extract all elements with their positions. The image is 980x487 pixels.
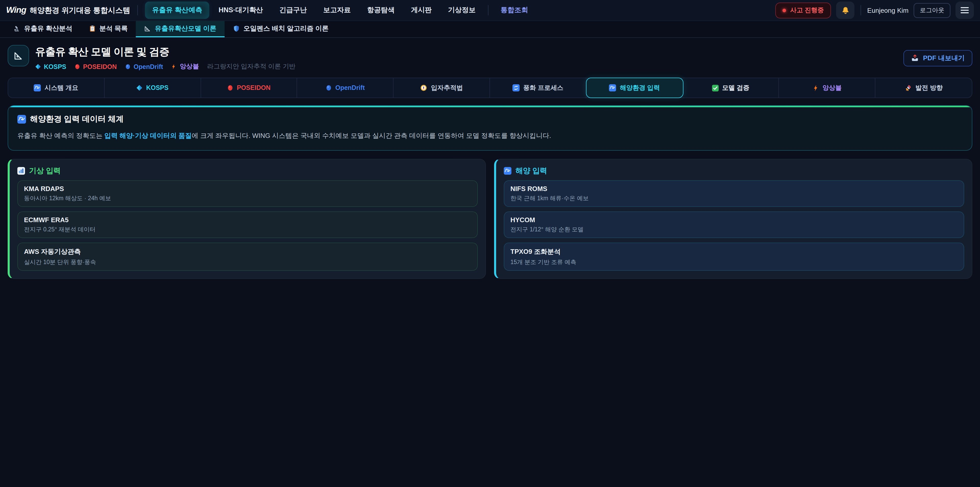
rocket-icon (905, 84, 912, 91)
blue-dot-icon (326, 85, 332, 91)
nav-item-emergency-rescue[interactable]: 긴급구난 (272, 2, 314, 19)
tab-spill-analysis[interactable]: 유출유 확산분석 (5, 21, 80, 37)
nav-item-hns-air-diffusion[interactable]: HNS·대기확산 (211, 2, 270, 19)
section-label: KOSPS (146, 84, 169, 91)
page-title: 유출유 확산 모델 이론 및 검증 (35, 45, 296, 59)
section-kosps[interactable]: KOSPS (105, 78, 201, 97)
section-ensemble[interactable]: 앙상블 (779, 78, 876, 97)
list-item: KMA RDAPS 동아시아 12km 해상도 · 24h 예보 (18, 180, 478, 207)
main-nav: 유출유 확산예측 HNS·대기확산 긴급구난 보고자료 항공탐색 게시판 기상정… (145, 2, 535, 19)
status-badge-label: 사고 진행중 (790, 6, 824, 14)
section-label: 풍화 프로세스 (523, 83, 563, 92)
intro-text: 유출유 확산 예측의 정확도는 (18, 132, 104, 139)
cycle-icon (512, 84, 520, 91)
incident-status-badge[interactable]: 사고 진행중 (775, 2, 831, 18)
red-dot-icon (75, 64, 80, 69)
weather-card-title: 기상 입력 (18, 166, 478, 176)
section-weathering-process[interactable]: 풍화 프로세스 (490, 78, 587, 97)
tab-label: 분석 목록 (99, 24, 127, 33)
sub-tab-bar: 유출유 확산분석 분석 목록 유출유확산모델 이론 오일펜스 배치 알고리즘 (0, 21, 980, 38)
badge-label: KOSPS (44, 63, 66, 70)
accent-gradient-bar (8, 106, 972, 107)
section-label: 시스템 개요 (45, 83, 78, 92)
divider (137, 5, 138, 15)
data-item-name: HYCOM (511, 216, 958, 224)
intro-card: 해양환경 입력 데이터 체계 유출유 확산 예측의 정확도는 입력 해양·기상 … (8, 105, 972, 151)
divider (488, 5, 488, 15)
data-item-desc: 한국 근해 1km 해류·수온 예보 (511, 195, 958, 202)
nav-item-reports[interactable]: 보고자료 (316, 2, 358, 19)
tab-label: 유출유 확산분석 (24, 24, 72, 33)
logout-button[interactable]: 로그아웃 (914, 3, 950, 18)
data-item-name: KMA RDAPS (24, 185, 471, 193)
data-item-name: ECMWF ERA5 (24, 216, 471, 224)
card-title-label: 기상 입력 (29, 166, 61, 176)
ocean-card-title: 해양 입력 (504, 166, 964, 176)
clipboard-icon (89, 25, 96, 32)
brand-wordmark: Wing (6, 5, 26, 15)
microscope-icon (13, 25, 21, 32)
badge-label: 앙상블 (180, 62, 199, 71)
badge-label: OpenDrift (134, 63, 163, 70)
section-label: 발전 방향 (915, 83, 943, 92)
section-label: OpenDrift (335, 84, 365, 91)
section-system-overview[interactable]: 시스템 개요 (8, 78, 105, 97)
diamond-icon (137, 85, 143, 91)
data-item-desc: 전지구 0.25° 재분석 데이터 (24, 226, 471, 233)
section-future-directions[interactable]: 발전 방향 (875, 78, 972, 97)
nav-item-weather-info[interactable]: 기상정보 (441, 2, 483, 19)
list-item: TPXO9 조화분석 15개 분조 기반 조류 예측 (504, 243, 964, 271)
section-marine-environment-input[interactable]: 해양환경 입력 (586, 78, 683, 98)
user-name: Eunjeong Kim (867, 6, 908, 14)
data-item-name: NIFS ROMS (511, 185, 958, 193)
badge-ensemble: 앙상블 (171, 62, 199, 71)
input-data-cards: 기상 입력 KMA RDAPS 동아시아 12km 해상도 · 24h 예보 E… (8, 159, 972, 279)
bell-icon (841, 6, 850, 14)
section-poseidon[interactable]: POSEIDON (201, 78, 298, 97)
pdf-export-button[interactable]: PDF 내보내기 (904, 50, 972, 66)
top-bar-right: 사고 진행중 Eunjeong Kim 로그아웃 (775, 2, 974, 19)
nav-item-integrated-search[interactable]: 통합조회 (493, 2, 535, 19)
section-opendrift[interactable]: OpenDrift (298, 78, 394, 97)
tab-spill-model-theory[interactable]: 유출유확산모델 이론 (136, 21, 224, 37)
ocean-input-card: 해양 입력 NIFS ROMS 한국 근해 1km 해류·수온 예보 HYCOM… (494, 159, 972, 279)
section-label: 모델 검증 (722, 83, 749, 92)
model-badge-row: KOSPS POSEIDON OpenDrift 앙상블 라그랑지안 입자추 (35, 62, 296, 71)
wave-icon (34, 84, 41, 91)
section-label: 앙상블 (822, 83, 842, 92)
intro-text: 에 크게 좌우됩니다. WING 시스템은 국내외 수치예보 모델과 실시간 관… (192, 132, 551, 139)
intro-body: 유출유 확산 예측의 정확도는 입력 해양·기상 데이터의 품질에 크게 좌우됩… (18, 131, 963, 141)
section-particle-tracking[interactable]: 입자추적법 (393, 78, 490, 97)
tab-label: 오일펜스 배치 알고리즘 이론 (243, 24, 329, 33)
section-model-validation[interactable]: 모델 검증 (682, 78, 779, 97)
bar-chart-icon (18, 167, 25, 175)
pdf-button-label: PDF 내보내기 (923, 53, 965, 62)
list-item: HYCOM 전지구 1/12° 해양 순환 모델 (504, 211, 964, 238)
shield-icon (233, 25, 240, 32)
export-icon (912, 54, 919, 62)
badge-opendrift: OpenDrift (125, 63, 163, 70)
data-item-desc: 실시간 10분 단위 풍향·풍속 (24, 259, 471, 266)
tab-analysis-list[interactable]: 분석 목록 (80, 21, 136, 37)
blue-dot-icon (125, 64, 130, 69)
notification-button[interactable] (836, 2, 854, 19)
section-label: 입자추적법 (431, 83, 463, 92)
app-root: Wing 해양환경 위기대응 통합시스템 유출유 확산예측 HNS·대기확산 긴… (0, 0, 980, 487)
nav-item-aerial-search[interactable]: 항공탐색 (360, 2, 402, 19)
section-nav: 시스템 개요 KOSPS POSEIDON OpenDrift 입자추적법 풍화… (8, 78, 972, 98)
weather-input-card: 기상 입력 KMA RDAPS 동아시아 12km 해상도 · 24h 예보 E… (8, 159, 486, 279)
tab-oil-fence-algorithm-theory[interactable]: 오일펜스 배치 알고리즘 이론 (224, 21, 337, 37)
menu-button[interactable] (956, 2, 974, 19)
intro-highlight-text: 입력 해양·기상 데이터의 품질 (104, 132, 192, 139)
status-dot-icon (783, 8, 786, 12)
page-subtitle: 라그랑지안 입자추적 이론 기반 (207, 62, 296, 71)
badge-label: POSEIDON (83, 63, 117, 70)
section-label: POSEIDON (237, 84, 270, 91)
set-square-icon (144, 25, 151, 32)
top-bar: Wing 해양환경 위기대응 통합시스템 유출유 확산예측 HNS·대기확산 긴… (0, 0, 980, 21)
card-title-label: 해양 입력 (515, 166, 547, 176)
data-item-desc: 동아시아 12km 해상도 · 24h 예보 (24, 195, 471, 202)
nav-item-board[interactable]: 게시판 (404, 2, 439, 19)
nav-item-oil-spill-prediction[interactable]: 유출유 확산예측 (145, 2, 210, 19)
list-item: AWS 자동기상관측 실시간 10분 단위 풍향·풍속 (18, 243, 478, 271)
